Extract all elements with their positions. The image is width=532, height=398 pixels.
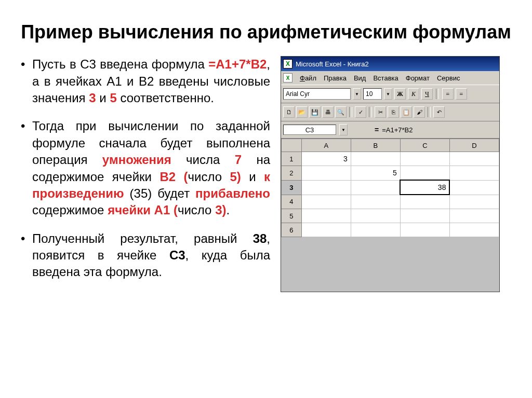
bullet-list: Пусть в С3 введена формула =А1+7*В2, а в… bbox=[21, 56, 270, 281]
formula-text[interactable]: =A1+7*B2 bbox=[382, 126, 413, 134]
excel-app-icon: X bbox=[283, 59, 292, 68]
format-painter-button[interactable]: 🖌 bbox=[414, 106, 425, 118]
excel-window: X Microsoft Excel - Книга2 X Файл Правка… bbox=[281, 56, 500, 292]
standard-toolbar: 🗋 📂 💾 🖶 🔍 ✓ ✂ ⎘ 📋 🖌 ↶ bbox=[281, 103, 499, 121]
underline-button[interactable]: Ч bbox=[421, 88, 433, 100]
row-header-5[interactable]: 5 bbox=[282, 209, 302, 223]
menu-insert[interactable]: Вставка bbox=[373, 74, 398, 82]
menu-format[interactable]: Формат bbox=[406, 74, 430, 82]
separator bbox=[349, 107, 352, 117]
cell-D1[interactable] bbox=[449, 152, 499, 166]
cut-button[interactable]: ✂ bbox=[375, 106, 386, 118]
cell-C5[interactable] bbox=[400, 209, 449, 223]
cell-B2[interactable]: 5 bbox=[351, 166, 400, 181]
cell-D2[interactable] bbox=[449, 166, 499, 181]
italic-button[interactable]: К bbox=[408, 88, 419, 100]
row-header-2[interactable]: 2 bbox=[282, 166, 302, 181]
row-header-4[interactable]: 4 bbox=[282, 195, 302, 209]
bullet-1: Пусть в С3 введена формула =А1+7*В2, а в… bbox=[21, 56, 270, 106]
menubar: X Файл Правка Вид Вставка Формат Сервис bbox=[281, 71, 499, 85]
preview-button[interactable]: 🔍 bbox=[335, 106, 347, 118]
window-title: Microsoft Excel - Книга2 bbox=[296, 60, 369, 68]
name-box[interactable]: C3 bbox=[283, 125, 336, 135]
formula-bar: C3 ▼ = =A1+7*B2 bbox=[281, 121, 499, 139]
doc-icon: X bbox=[283, 73, 292, 83]
cell-C6[interactable] bbox=[400, 223, 449, 237]
fontsize-selector[interactable]: 10 bbox=[363, 88, 382, 100]
undo-button[interactable]: ↶ bbox=[433, 106, 445, 118]
print-button[interactable]: 🖶 bbox=[322, 106, 334, 118]
format-toolbar: Arial Cyr ▼ 10 ▼ Ж К Ч ≡ ≡ bbox=[281, 85, 499, 103]
col-header-A[interactable]: A bbox=[301, 139, 351, 152]
cell-C2[interactable] bbox=[400, 166, 449, 181]
cell-C3[interactable]: 38 bbox=[400, 180, 449, 195]
cell-A6[interactable] bbox=[301, 223, 351, 237]
open-button[interactable]: 📂 bbox=[296, 106, 308, 118]
cell-D4[interactable] bbox=[449, 195, 499, 209]
menu-edit[interactable]: Правка bbox=[324, 74, 347, 82]
cell-C4[interactable] bbox=[400, 195, 449, 209]
titlebar: X Microsoft Excel - Книга2 bbox=[281, 57, 499, 71]
separator bbox=[428, 107, 431, 117]
cell-B3[interactable] bbox=[351, 180, 400, 195]
col-header-D[interactable]: D bbox=[449, 139, 499, 152]
cell-A1[interactable]: 3 bbox=[301, 152, 351, 166]
align-left-button[interactable]: ≡ bbox=[442, 88, 454, 100]
font-selector[interactable]: Arial Cyr bbox=[283, 88, 351, 100]
cell-B6[interactable] bbox=[351, 223, 400, 237]
bold-button[interactable]: Ж bbox=[394, 88, 406, 100]
separator bbox=[369, 107, 372, 117]
slide-title: Пример вычисления по арифметическим форм… bbox=[21, 21, 511, 43]
cell-A2[interactable] bbox=[301, 166, 351, 181]
paste-button[interactable]: 📋 bbox=[401, 106, 412, 118]
spell-button[interactable]: ✓ bbox=[355, 106, 366, 118]
align-center-button[interactable]: ≡ bbox=[456, 88, 467, 100]
spreadsheet-grid[interactable]: A B C D 1 3 2 5 bbox=[281, 139, 499, 237]
corner-cell[interactable] bbox=[282, 139, 302, 152]
row-header-1[interactable]: 1 bbox=[282, 152, 302, 166]
cell-D6[interactable] bbox=[449, 223, 499, 237]
save-button[interactable]: 💾 bbox=[309, 106, 321, 118]
bullet-2: Тогда при вычислении по заданной формуле… bbox=[21, 118, 270, 218]
row-header-6[interactable]: 6 bbox=[282, 223, 302, 237]
cell-B4[interactable] bbox=[351, 195, 400, 209]
menu-file[interactable]: Файл bbox=[300, 74, 316, 82]
copy-button[interactable]: ⎘ bbox=[388, 106, 399, 118]
cell-A4[interactable] bbox=[301, 195, 351, 209]
col-header-B[interactable]: B bbox=[351, 139, 400, 152]
bullet-3: Полученный результат, равный 38, появитс… bbox=[21, 230, 270, 281]
menu-view[interactable]: Вид bbox=[354, 74, 366, 82]
cell-B1[interactable] bbox=[351, 152, 400, 166]
namebox-dropdown-icon[interactable]: ▼ bbox=[339, 124, 348, 135]
cell-C1[interactable] bbox=[400, 152, 449, 166]
font-dropdown-icon[interactable]: ▼ bbox=[353, 88, 361, 100]
cell-A3[interactable] bbox=[301, 180, 351, 195]
cell-A5[interactable] bbox=[301, 209, 351, 223]
menu-tools[interactable]: Сервис bbox=[437, 74, 460, 82]
cell-B5[interactable] bbox=[351, 209, 400, 223]
row-header-3[interactable]: 3 bbox=[282, 180, 302, 195]
fontsize-dropdown-icon[interactable]: ▼ bbox=[384, 88, 392, 100]
cell-D3[interactable] bbox=[449, 180, 499, 195]
separator bbox=[436, 89, 439, 99]
equals-icon: = bbox=[375, 126, 379, 134]
new-button[interactable]: 🗋 bbox=[283, 106, 295, 118]
cell-D5[interactable] bbox=[449, 209, 499, 223]
col-header-C[interactable]: C bbox=[400, 139, 449, 152]
